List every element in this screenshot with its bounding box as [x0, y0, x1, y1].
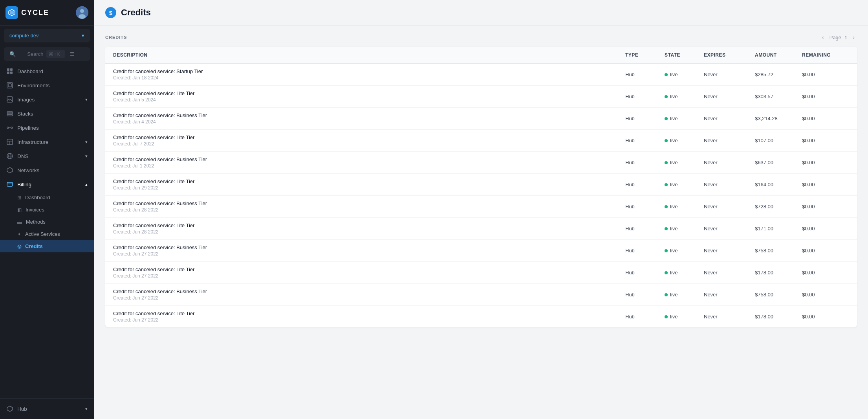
- invoices-icon: ◧: [17, 207, 22, 213]
- sidebar-item-networks[interactable]: Networks: [0, 163, 94, 177]
- section-header: CREDITS ‹ Page 1 ›: [105, 33, 857, 41]
- row-description: Credit for canceled service: Business Ti…: [113, 112, 625, 125]
- chevron-up-icon: ▴: [85, 182, 88, 187]
- sidebar-item-pipelines[interactable]: Pipelines: [0, 121, 94, 135]
- sidebar-item-active-services[interactable]: ✦ Active Services: [0, 228, 94, 240]
- sidebar-item-dashboard[interactable]: Dashboard: [0, 64, 94, 78]
- table-row: Credit for canceled service: Business Ti…: [105, 284, 857, 306]
- state-label: live: [670, 292, 678, 298]
- row-description: Credit for canceled service: Lite Tier C…: [113, 134, 625, 147]
- row-description: Credit for canceled service: Startup Tie…: [113, 68, 625, 81]
- table-row: Credit for canceled service: Lite Tier C…: [105, 218, 857, 240]
- sidebar-item-methods[interactable]: ▬ Methods: [0, 216, 94, 228]
- row-description: Credit for canceled service: Lite Tier C…: [113, 311, 625, 323]
- prev-page-button[interactable]: ‹: [820, 33, 826, 41]
- avatar[interactable]: [76, 6, 88, 19]
- row-state: live: [665, 292, 704, 298]
- nav-section: Dashboard Environments Images ▾ Stacks: [0, 64, 94, 398]
- env-selector[interactable]: compute dev ▾: [4, 29, 90, 42]
- svg-rect-12: [7, 112, 13, 113]
- row-state: live: [665, 270, 704, 276]
- row-expires: Never: [704, 314, 755, 320]
- table-row: Credit for canceled service: Business Ti…: [105, 108, 857, 130]
- state-label: live: [670, 314, 678, 320]
- table-row: Credit for canceled service: Business Ti…: [105, 196, 857, 218]
- row-state: live: [665, 204, 704, 210]
- sidebar-item-credits[interactable]: ◎ Credits: [0, 240, 94, 252]
- credits-table: Description Type State Expires Amount Re…: [105, 47, 857, 327]
- row-amount: $171.00: [755, 226, 802, 232]
- sidebar-item-label: Billing: [17, 182, 31, 187]
- chevron-down-icon: ▾: [85, 140, 88, 145]
- chevron-down-icon: ▾: [85, 154, 88, 159]
- state-label: live: [670, 182, 678, 187]
- row-expires: Never: [704, 94, 755, 99]
- state-indicator: [665, 95, 668, 98]
- active-services-icon: ✦: [17, 232, 21, 237]
- row-state: live: [665, 72, 704, 77]
- sidebar-item-infrastructure[interactable]: Infrastructure ▾: [0, 135, 94, 149]
- svg-rect-14: [7, 115, 13, 116]
- row-type: Hub: [625, 72, 665, 77]
- env-name: compute dev: [9, 33, 38, 39]
- state-indicator: [665, 271, 668, 274]
- row-desc-main: Credit for canceled service: Lite Tier: [113, 178, 625, 184]
- row-expires: Never: [704, 248, 755, 254]
- sidebar-item-environments[interactable]: Environments: [0, 78, 94, 92]
- images-icon: [6, 96, 13, 103]
- dashboard-icon: [6, 68, 13, 75]
- table-row: Credit for canceled service: Lite Tier C…: [105, 262, 857, 284]
- state-indicator: [665, 293, 668, 296]
- row-expires: Never: [704, 138, 755, 143]
- state-label: live: [670, 116, 678, 121]
- svg-rect-6: [10, 68, 13, 71]
- svg-point-4: [79, 14, 86, 19]
- row-amount: $3,214.28: [755, 116, 802, 121]
- row-description: Credit for canceled service: Business Ti…: [113, 244, 625, 257]
- chevron-down-icon: ▾: [85, 97, 88, 102]
- svg-rect-13: [7, 113, 13, 114]
- sidebar-item-images[interactable]: Images ▾: [0, 92, 94, 107]
- main-content: $ Credits CREDITS ‹ Page 1 › Description…: [94, 0, 868, 419]
- row-state: live: [665, 138, 704, 143]
- pipelines-icon: [6, 124, 13, 131]
- sidebar-item-hub[interactable]: Hub ▾: [0, 402, 94, 416]
- table-row: Credit for canceled service: Lite Tier C…: [105, 130, 857, 152]
- row-type: Hub: [625, 226, 665, 232]
- row-desc-sub: Created: Jul 7 2022: [113, 141, 625, 147]
- sidebar-item-label: Dashboard: [25, 195, 50, 200]
- sidebar-item-billing-dashboard[interactable]: ⊞ Dashboard: [0, 191, 94, 204]
- page-label: Page: [830, 35, 841, 40]
- sidebar-item-invoices[interactable]: ◧ Invoices: [0, 204, 94, 216]
- state-indicator: [665, 161, 668, 164]
- sidebar: CYCLE compute dev ▾ 🔍 Search ⌘+K ☰ Dashb…: [0, 0, 94, 419]
- environments-icon: [6, 82, 13, 89]
- row-remaining: $0.00: [802, 94, 849, 99]
- sidebar-item-stacks[interactable]: Stacks: [0, 107, 94, 121]
- row-desc-main: Credit for canceled service: Lite Tier: [113, 266, 625, 272]
- row-remaining: $0.00: [802, 160, 849, 165]
- row-amount: $303.57: [755, 94, 802, 99]
- next-page-button[interactable]: ›: [850, 33, 857, 41]
- sidebar-item-label: DNS: [17, 153, 29, 159]
- sidebar-item-billing[interactable]: Billing ▴: [0, 177, 94, 191]
- sidebar-item-label: Stacks: [17, 111, 33, 117]
- row-type: Hub: [625, 160, 665, 165]
- state-indicator: [665, 183, 668, 186]
- svg-rect-9: [7, 83, 13, 88]
- search-bar[interactable]: 🔍 Search ⌘+K ☰: [4, 47, 90, 61]
- row-expires: Never: [704, 72, 755, 77]
- sidebar-item-label: Environments: [17, 83, 50, 88]
- state-indicator: [665, 249, 668, 252]
- sidebar-item-label: Networks: [17, 167, 39, 173]
- state-label: live: [670, 94, 678, 99]
- svg-rect-25: [7, 182, 13, 186]
- svg-rect-5: [7, 68, 9, 71]
- row-expires: Never: [704, 204, 755, 210]
- list-icon: ☰: [70, 51, 84, 57]
- state-label: live: [670, 226, 678, 232]
- sidebar-item-dns[interactable]: DNS ▾: [0, 149, 94, 163]
- row-desc-main: Credit for canceled service: Business Ti…: [113, 244, 625, 250]
- row-state: live: [665, 182, 704, 187]
- sidebar-header: CYCLE: [0, 0, 94, 26]
